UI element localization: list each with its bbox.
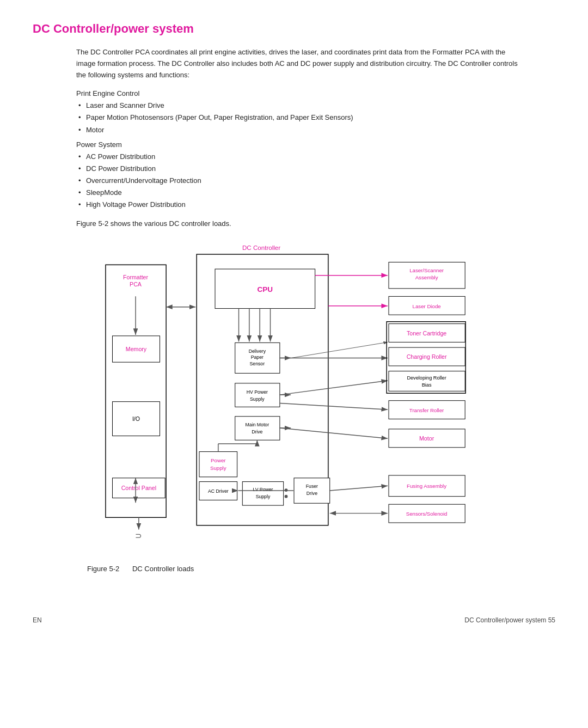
svg-text:Toner Cartridge: Toner Cartridge: [407, 330, 446, 337]
svg-line-69: [280, 403, 388, 410]
list-section-print-engine: Print Engine Control Laser and Scanner D…: [76, 89, 555, 136]
print-engine-list: Laser and Scanner Drive Paper Motion Pho…: [76, 100, 555, 136]
svg-text:I/O: I/O: [132, 416, 140, 423]
svg-text:AC Driver: AC Driver: [208, 488, 229, 494]
svg-text:Charging Roller: Charging Roller: [407, 354, 447, 360]
svg-text:Developing Roller: Developing Roller: [407, 375, 446, 381]
diagram-container: Formatter PCA Memory I/O Control Panel D…: [87, 238, 501, 556]
svg-text:HV Power: HV Power: [247, 389, 268, 395]
list-section-power-system: Power System AC Power Distribution DC Po…: [76, 140, 555, 211]
footer-right: DC Controller/power system 55: [464, 616, 555, 624]
figure-label: Figure 5-2: [87, 565, 119, 573]
svg-text:Motor: Motor: [419, 435, 434, 442]
power-system-list: AC Power Distribution DC Power Distribut…: [76, 151, 555, 211]
list-item: SleepMode: [76, 187, 555, 199]
list-item: Paper Motion Photosensors (Paper Out, Pa…: [76, 112, 555, 124]
list-item: DC Power Distribution: [76, 163, 555, 175]
svg-line-63: [280, 428, 388, 438]
section-heading-power-system: Power System: [76, 140, 555, 149]
svg-text:Memory: Memory: [126, 346, 147, 352]
svg-text:⊃: ⊃: [135, 531, 142, 540]
section-heading-print-engine: Print Engine Control: [76, 89, 555, 97]
list-item: AC Power Distribution: [76, 151, 555, 163]
svg-rect-21: [235, 383, 280, 407]
svg-text:Delivery: Delivery: [249, 348, 266, 354]
svg-line-62: [280, 381, 388, 395]
svg-point-66: [285, 488, 288, 492]
svg-text:Sensor: Sensor: [250, 361, 265, 366]
svg-text:Drive: Drive: [307, 491, 317, 496]
svg-text:Power: Power: [211, 457, 226, 463]
figure-caption: Figure 5-2 DC Controller loads: [76, 565, 555, 573]
svg-text:Paper: Paper: [251, 355, 264, 360]
svg-text:LV Power: LV Power: [253, 487, 273, 492]
svg-text:Supply: Supply: [256, 494, 271, 499]
list-item: High Voltage Power Distribution: [76, 199, 555, 211]
svg-text:Assembly: Assembly: [415, 275, 438, 281]
svg-text:CPU: CPU: [258, 285, 273, 293]
svg-text:Supply: Supply: [250, 396, 265, 402]
figure-intro: Figure 5-2 shows the various DC controll…: [76, 219, 555, 228]
svg-text:Fuser: Fuser: [306, 484, 318, 489]
svg-text:DC Controller: DC Controller: [242, 244, 280, 251]
svg-text:Drive: Drive: [252, 429, 262, 435]
svg-text:Transfer Roller: Transfer Roller: [409, 407, 444, 413]
svg-point-67: [285, 495, 288, 498]
svg-rect-47: [389, 371, 465, 391]
svg-text:Sensors/Solenoid: Sensors/Solenoid: [406, 511, 448, 517]
svg-text:Supply: Supply: [210, 465, 226, 471]
svg-text:Formatter: Formatter: [123, 274, 149, 281]
svg-text:Laser Diode: Laser Diode: [413, 303, 441, 309]
svg-text:Laser/Scanner: Laser/Scanner: [409, 267, 444, 273]
page-footer: EN DC Controller/power system 55: [33, 616, 555, 624]
footer-left: EN: [33, 616, 42, 624]
svg-text:Bias: Bias: [422, 382, 432, 388]
figure-caption-text: DC Controller loads: [132, 565, 194, 573]
page-title: DC Controller/power system: [33, 22, 555, 36]
list-item: Laser and Scanner Drive: [76, 100, 555, 112]
intro-text: The DC Controller PCA coordinates all pr…: [76, 47, 523, 81]
svg-text:Main Motor: Main Motor: [246, 422, 270, 427]
svg-text:Fusing Assembly: Fusing Assembly: [407, 483, 446, 489]
svg-rect-24: [235, 417, 280, 441]
svg-text:PCA: PCA: [130, 281, 142, 287]
svg-text:Control Panel: Control Panel: [121, 485, 156, 491]
list-item: Overcurrent/Undervoltage Protection: [76, 175, 555, 187]
svg-rect-27: [199, 452, 237, 477]
dc-controller-diagram: Formatter PCA Memory I/O Control Panel D…: [87, 238, 501, 554]
svg-line-65: [330, 486, 388, 491]
list-item: Motor: [76, 124, 555, 136]
svg-line-77: [291, 342, 388, 358]
